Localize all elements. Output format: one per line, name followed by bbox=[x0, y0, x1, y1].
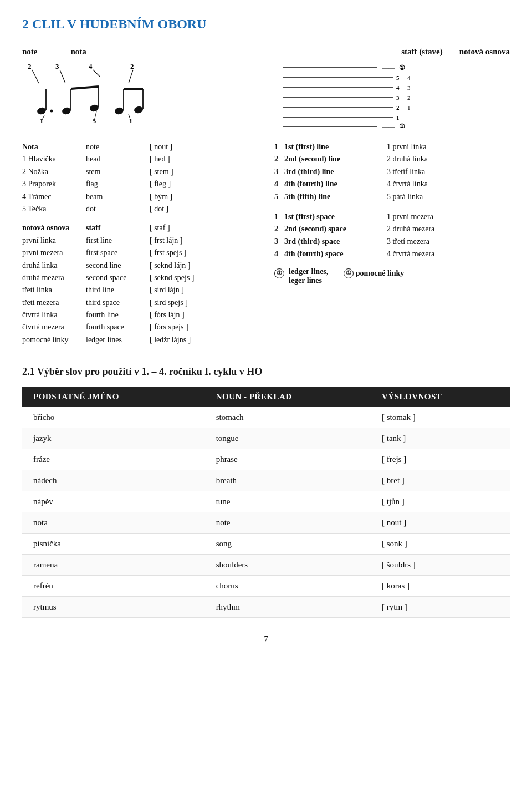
cell-pron: [ rytm ] bbox=[371, 597, 510, 618]
svg-line-15 bbox=[71, 87, 99, 89]
nozka-num-czech: 2 Nožka bbox=[22, 166, 86, 178]
cell-pron: [ koras ] bbox=[371, 576, 510, 597]
cell-czech: fráze bbox=[22, 449, 205, 470]
svg-text:4: 4 bbox=[396, 84, 400, 91]
vocab-table: PODSTATNÉ JMÉNO NOUN - PŘEKLAD VÝSLOVNOS… bbox=[22, 387, 510, 618]
prvni-mezera-pron: [ frst spejs ] bbox=[150, 247, 222, 259]
nota-pron: [ nout ] bbox=[150, 141, 222, 153]
tecka-num-czech: 5 Tečka bbox=[22, 203, 86, 215]
druha-mezera-en: second space bbox=[86, 272, 150, 284]
table-row: písnička song [ sonk ] bbox=[22, 534, 510, 555]
cell-czech: nápěv bbox=[22, 491, 205, 512]
svg-text:5: 5 bbox=[396, 74, 400, 81]
cell-english: note bbox=[205, 512, 371, 534]
staff-diagram: staff (stave) notová osnova —— ① 5 4 4 3… bbox=[266, 47, 510, 130]
r-space1: 1 1st (first) space 1 první mezera bbox=[274, 211, 510, 223]
cell-pron: [ frejs ] bbox=[371, 449, 510, 470]
praporek-num-czech: 3 Praporek bbox=[22, 178, 86, 190]
svg-text:2: 2 bbox=[407, 94, 411, 101]
tramec-row: 4 Trámec beam [ bým ] bbox=[22, 191, 258, 203]
nozka-en: stem bbox=[86, 166, 150, 178]
cell-pron: [ šouldrs ] bbox=[371, 555, 510, 576]
prvni-linka-cz: první linka bbox=[22, 235, 86, 247]
hlavicka-pron: [ hed ] bbox=[150, 153, 222, 165]
svg-text:4: 4 bbox=[89, 62, 93, 70]
cell-pron: [ bret ] bbox=[371, 470, 510, 491]
cell-english: chorus bbox=[205, 576, 371, 597]
hlavicka-en: head bbox=[86, 153, 150, 165]
col-english-header: NOUN - PŘEKLAD bbox=[205, 387, 371, 407]
ctvrta-mezera-row: čtvrtá mezera fourth space [ fórs spejs … bbox=[22, 321, 258, 333]
svg-point-8 bbox=[37, 106, 47, 115]
r-line4: 4 4th (fourth) line 4 čtvrtá linka bbox=[274, 178, 510, 190]
ctvrta-linka-pron: [ fórs lájn ] bbox=[150, 309, 222, 321]
svg-point-10 bbox=[50, 110, 53, 113]
cell-pron: [ tank ] bbox=[371, 428, 510, 449]
nota-en: note bbox=[86, 141, 150, 153]
r-line5: 5 5th (fifth) line 5 pátá linka bbox=[274, 191, 510, 203]
cell-pron: [ sonk ] bbox=[371, 534, 510, 555]
note-label-en: note bbox=[22, 47, 38, 57]
druha-mezera-row: druhá mezera second space [ seknd spejs … bbox=[22, 272, 258, 284]
tramec-pron: [ bým ] bbox=[150, 191, 222, 203]
cell-czech: jazyk bbox=[22, 428, 205, 449]
notova-osnova-cz: notová osnova bbox=[22, 222, 86, 234]
staff-label-en: staff (stave) bbox=[401, 47, 443, 57]
ctvrta-linka-cz: čtvrtá linka bbox=[22, 309, 86, 321]
druha-linka-row: druhá linka second line [ seknd lájn ] bbox=[22, 260, 258, 272]
cell-pron: [ stomak ] bbox=[371, 407, 510, 428]
right-spaces-section: 1 1st (first) space 1 první mezera 2 2nd… bbox=[274, 211, 510, 261]
druha-linka-en: second line bbox=[86, 260, 150, 272]
cell-czech: rytmus bbox=[22, 597, 205, 618]
right-lines-section: 1 1st (first) line 1 první linka 2 2nd (… bbox=[274, 141, 510, 203]
cell-english: phrase bbox=[205, 449, 371, 470]
note-diagram-svg: 2 3 4 2 bbox=[22, 61, 177, 128]
svg-text:2: 2 bbox=[28, 62, 32, 70]
staff-diagram-svg: —— ① 5 4 4 3 3 2 2 1 1 —— ① bbox=[266, 61, 432, 128]
svg-line-6 bbox=[93, 70, 100, 77]
prvni-linka-en: first line bbox=[86, 235, 150, 247]
svg-text:2: 2 bbox=[396, 104, 400, 111]
ctvrta-mezera-cz: čtvrtá mezera bbox=[22, 321, 86, 333]
svg-text:3: 3 bbox=[55, 62, 59, 70]
ledger-en-text: ledger lines,leger lines bbox=[289, 267, 328, 285]
note-diagram: note nota 2 3 4 2 bbox=[22, 47, 242, 130]
treti-linka-cz: třetí linka bbox=[22, 284, 86, 296]
praporek-en: flag bbox=[86, 178, 150, 190]
svg-line-7 bbox=[129, 70, 133, 83]
pomocne-linky-row: pomocné linky ledger lines [ ledžr lájns… bbox=[22, 334, 258, 346]
notova-osnova-header-row: notová osnova staff [ staf ] bbox=[22, 222, 258, 234]
svg-point-13 bbox=[89, 104, 100, 113]
diagrams-row: note nota 2 3 4 2 bbox=[22, 47, 510, 130]
tramec-en: beam bbox=[86, 191, 150, 203]
svg-line-5 bbox=[60, 70, 65, 83]
druha-mezera-pron: [ seknd spejs ] bbox=[150, 272, 222, 284]
svg-text:——: —— bbox=[382, 64, 395, 71]
treti-mezera-en: third space bbox=[86, 297, 150, 309]
table-row: refrén chorus [ koras ] bbox=[22, 576, 510, 597]
table-row: fráze phrase [ frejs ] bbox=[22, 449, 510, 470]
cell-czech: refrén bbox=[22, 576, 205, 597]
treti-linka-en: third line bbox=[86, 284, 150, 296]
cell-english: song bbox=[205, 534, 371, 555]
ctvrta-linka-en: fourth line bbox=[86, 309, 150, 321]
table-row: nota note [ nout ] bbox=[22, 512, 510, 534]
col-czech-header: PODSTATNÉ JMÉNO bbox=[22, 387, 205, 407]
cell-czech: nota bbox=[22, 512, 205, 534]
svg-text:4: 4 bbox=[407, 74, 411, 81]
svg-point-16 bbox=[114, 106, 125, 115]
r-line1: 1 1st (first) line 1 první linka bbox=[274, 141, 510, 153]
r-line3: 3 3rd (third) line 3 třetíf linka bbox=[274, 166, 510, 178]
druha-linka-pron: [ seknd lájn ] bbox=[150, 260, 222, 272]
table-row: nádech breath [ bret ] bbox=[22, 470, 510, 491]
druha-mezera-cz: druhá mezera bbox=[22, 272, 86, 284]
page-title: 2 CLIL V HUDEBNÍM OBORU bbox=[22, 17, 510, 32]
ctvrta-mezera-en: fourth space bbox=[86, 321, 150, 333]
pomocne-linky-en: ledger lines bbox=[86, 334, 150, 346]
tecka-pron: [ dot ] bbox=[150, 203, 222, 215]
svg-text:2: 2 bbox=[130, 62, 134, 70]
r-space4: 4 4th (fourth) space 4 čtvrtá mezera bbox=[274, 248, 510, 260]
cell-czech: ramena bbox=[22, 555, 205, 576]
note-label-cz: nota bbox=[71, 47, 86, 57]
treti-mezera-pron: [ sird spejs ] bbox=[150, 297, 222, 309]
